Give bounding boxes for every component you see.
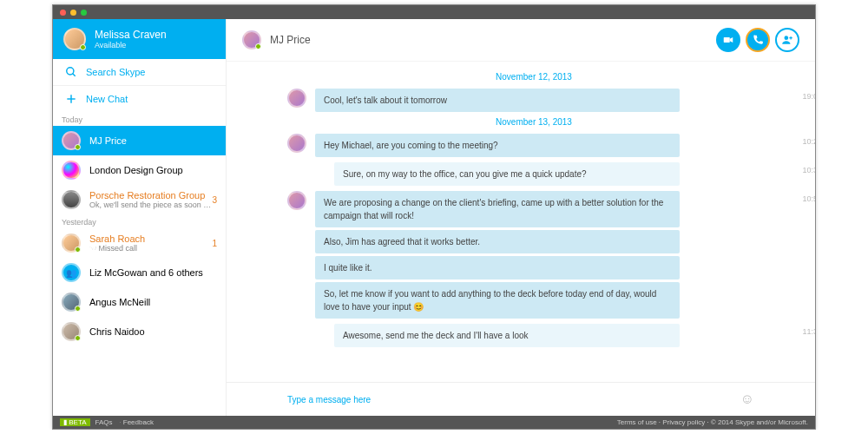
svg-point-6: [785, 36, 789, 40]
chat-title: MJ Price: [270, 34, 311, 46]
section-today: Today: [53, 112, 226, 126]
message-group-self: Awesome, send me the deck and I'll have …: [287, 324, 780, 347]
timestamp: 10:56: [802, 194, 815, 203]
presence-dot: [75, 144, 81, 150]
chat-header: MJ Price: [227, 19, 815, 62]
timestamp: 19:02: [802, 92, 815, 101]
date-separator: November 13, 2013: [287, 117, 780, 127]
plus-icon: [65, 93, 77, 105]
unread-badge: 1: [212, 239, 217, 248]
contact-name: MJ Price: [89, 135, 127, 146]
search-placeholder: Search Skype: [86, 67, 145, 77]
new-chat-label: New Chat: [86, 94, 128, 104]
titlebar: [53, 5, 815, 19]
message-bubble: Hey Michael, are you coming to the meeti…: [315, 134, 680, 157]
message-bubble: So, let me know if you want to add anyth…: [315, 282, 680, 319]
message-group: Cool, let's talk about it tomorrow 19:02: [287, 89, 780, 112]
date-separator: November 12, 2013: [287, 72, 780, 82]
contact-mj-price[interactable]: MJ Price: [53, 126, 226, 155]
close-icon[interactable]: [60, 10, 66, 16]
sidebar: Melissa Craven Available Search Skype Ne…: [53, 19, 227, 416]
avatar: [287, 191, 306, 210]
footer: ▮ BETA FAQs · Feedback Terms of use · Pr…: [53, 416, 815, 429]
avatar: [242, 30, 261, 49]
beta-badge: ▮ BETA: [60, 418, 90, 426]
contact-name: Sarah Roach: [89, 233, 145, 244]
chat-main: MJ Price November 12, 2013 Cool, let's t…: [227, 19, 815, 416]
add-participant-button[interactable]: [775, 28, 799, 52]
contact-sub: Ok, we'll send the piece as soon …: [89, 201, 211, 209]
avatar: [62, 293, 81, 312]
contact-name: Liz McGowan and 6 others: [89, 267, 203, 278]
timestamp: 10:33: [802, 166, 815, 174]
avatar: [287, 134, 306, 153]
profile-name: Melissa Craven: [95, 29, 167, 41]
timestamp: 10:27: [802, 137, 815, 146]
contact-london-design[interactable]: London Design Group: [53, 155, 226, 185]
profile-header[interactable]: Melissa Craven Available: [53, 19, 226, 59]
avatar: [62, 190, 81, 209]
message-bubble: Awesome, send me the deck and I'll have …: [334, 324, 680, 347]
avatar: [62, 161, 81, 180]
maximize-icon[interactable]: [81, 10, 87, 16]
contact-name: London Design Group: [89, 165, 183, 175]
section-yesterday: Yesterday: [53, 214, 226, 228]
composer: ☺: [227, 382, 815, 416]
message-bubble: Sure, on my way to the office, can you g…: [334, 162, 680, 186]
presence-dot: [255, 43, 261, 49]
contact-porsche-group[interactable]: Porsche Restoration Group Ok, we'll send…: [53, 185, 226, 214]
contact-liz-group[interactable]: 👥 Liz McGowan and 6 others: [53, 258, 226, 287]
contact-angus[interactable]: Angus McNeill: [53, 287, 226, 317]
svg-rect-4: [724, 37, 730, 43]
avatar: [62, 131, 81, 150]
app-window: Melissa Craven Available Search Skype Ne…: [52, 4, 816, 430]
search-row[interactable]: Search Skype: [53, 59, 226, 86]
presence-dot: [75, 306, 81, 312]
search-icon: [65, 66, 77, 78]
emoji-icon[interactable]: ☺: [740, 391, 754, 407]
message-bubble: Also, Jim has agreed that it works bette…: [315, 230, 680, 253]
header-actions: [716, 28, 799, 52]
message-bubble: Cool, let's talk about it tomorrow: [315, 89, 680, 112]
app-body: Melissa Craven Available Search Skype Ne…: [53, 19, 815, 416]
contact-name: Chris Naidoo: [89, 326, 145, 337]
group-icon: 👥: [62, 263, 81, 282]
timestamp: 11:34: [802, 327, 815, 336]
presence-dot: [75, 247, 81, 253]
contact-name: Angus McNeill: [89, 297, 150, 307]
svg-marker-5: [730, 37, 733, 43]
profile-status: Available: [95, 41, 167, 49]
contact-chris[interactable]: Chris Naidoo: [53, 317, 226, 346]
message-input[interactable]: [287, 395, 740, 404]
footer-legal: Terms of use · Privacy policy · © 2014 S…: [617, 418, 808, 426]
svg-point-0: [67, 68, 74, 75]
contact-name: Porsche Restoration Group: [89, 190, 211, 201]
contact-sarah-roach[interactable]: Sarah Roach ☜ Missed call 1: [53, 228, 226, 258]
presence-dot: [80, 44, 86, 50]
feedback-link[interactable]: Feedback: [123, 418, 154, 426]
faqs-link[interactable]: FAQs: [95, 418, 113, 426]
new-chat-button[interactable]: New Chat: [53, 86, 226, 112]
presence-dot: [75, 335, 81, 341]
audio-call-button[interactable]: [746, 28, 770, 52]
chat-body[interactable]: November 12, 2013 Cool, let's talk about…: [227, 62, 815, 382]
message-group: Hey Michael, are you coming to the meeti…: [287, 134, 780, 157]
avatar: [62, 322, 81, 341]
video-call-button[interactable]: [716, 28, 740, 52]
svg-line-1: [73, 74, 76, 76]
unread-badge: 3: [212, 195, 217, 205]
message-group-self: Sure, on my way to the office, can you g…: [287, 162, 780, 186]
contact-sub: ☜ Missed call: [89, 244, 145, 253]
message-bubble: We are proposing a change on the client'…: [315, 191, 680, 227]
avatar: [63, 28, 86, 50]
avatar: [62, 233, 81, 253]
avatar: [287, 89, 306, 108]
minimize-icon[interactable]: [70, 10, 76, 16]
message-group: We are proposing a change on the client'…: [287, 191, 780, 319]
message-bubble: I quite like it.: [315, 256, 680, 279]
